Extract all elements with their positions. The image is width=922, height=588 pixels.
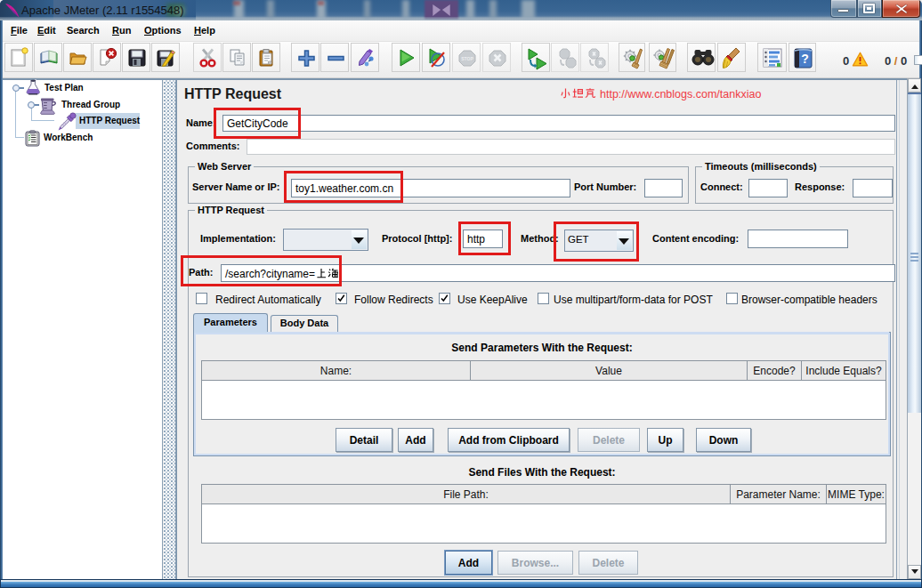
svg-text:STOP: STOP <box>461 56 473 61</box>
svg-text:?: ? <box>801 52 809 66</box>
